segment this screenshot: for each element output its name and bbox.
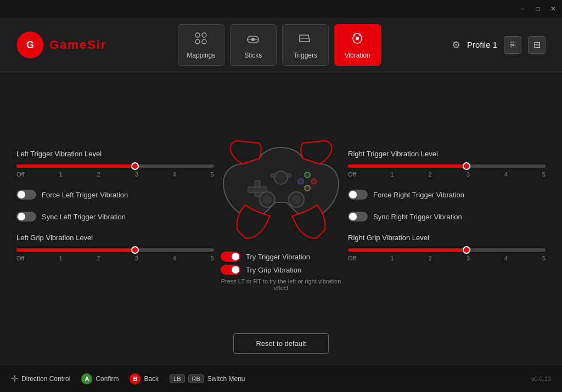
left-trigger-label: Left Trigger Vibration Level	[16, 150, 214, 158]
footer-back-label: Back	[144, 375, 159, 383]
svg-point-5	[202, 39, 206, 44]
reset-button[interactable]: Reset to default	[233, 333, 328, 354]
center-controls: Try Trigger Vibration Try Grip Vibration…	[221, 252, 341, 291]
force-left-trigger-row: Force Left Trigger Vibration	[16, 190, 214, 200]
tab-triggers[interactable]: Triggers	[282, 24, 329, 66]
controller-illustration	[215, 120, 347, 246]
svg-point-16	[298, 179, 304, 184]
footer-controls: ✛ Direction Control A Confirm B Back LB …	[11, 373, 245, 384]
svg-text:G: G	[26, 39, 34, 50]
svg-point-4	[195, 39, 200, 44]
toggle-knob	[18, 213, 25, 220]
sticks-icon	[245, 31, 261, 48]
right-panel: Right Trigger Vibration Level Off 1 2 3 …	[348, 150, 546, 262]
logo: G GameSir	[16, 31, 107, 59]
rb-icon: RB	[188, 374, 204, 383]
right-trigger-label: Right Trigger Vibration Level	[348, 150, 546, 158]
main-content: Left Trigger Vibration Level Off 1 2 3 4…	[0, 72, 562, 365]
try-trigger-row: Try Trigger Vibration	[221, 252, 310, 262]
svg-rect-23	[271, 174, 276, 177]
sync-right-trigger-row: Sync Right Trigger Vibration	[348, 212, 546, 221]
left-grip-scale: Off 1 2 3 4 5	[16, 255, 214, 262]
left-panel: Left Trigger Vibration Level Off 1 2 3 4…	[16, 150, 214, 262]
maximize-button[interactable]: □	[533, 4, 542, 13]
try-trigger-toggle[interactable]	[221, 252, 240, 262]
version-label: v0.0.13	[531, 376, 551, 382]
settings-icon[interactable]: ⚙	[452, 39, 460, 51]
mappings-icon	[193, 31, 209, 48]
svg-point-15	[311, 179, 317, 184]
toggle-knob	[349, 191, 357, 198]
footer-switch-label: Switch Menu	[207, 375, 245, 383]
toggle-knob	[18, 191, 25, 198]
svg-point-10	[356, 37, 359, 40]
left-grip-label: Left Grip Vibration Level	[16, 234, 214, 242]
triggers-icon	[297, 31, 313, 48]
footer-confirm-label: Confirm	[95, 375, 119, 383]
force-right-trigger-row: Force Right Trigger Vibration	[348, 190, 546, 200]
reset-section: Reset to default	[16, 328, 546, 354]
right-grip-track	[348, 248, 546, 252]
titlebar: − □ ✕	[0, 0, 562, 18]
svg-point-3	[202, 33, 206, 37]
profile-switch-button[interactable]: ⎘	[504, 36, 521, 54]
svg-point-17	[305, 185, 310, 191]
lb-icon: LB	[170, 374, 184, 383]
tab-vibration[interactable]: Vibration	[334, 24, 381, 66]
sync-left-trigger-toggle[interactable]	[16, 212, 36, 221]
profile-area: ⚙ Profile 1 ⎘ ⊟	[452, 36, 546, 54]
svg-point-2	[195, 33, 200, 37]
right-trigger-slider-container: Off 1 2 3 4 5	[348, 162, 546, 178]
right-grip-thumb[interactable]	[463, 246, 470, 254]
toggle-knob	[349, 213, 357, 220]
b-button-icon: B	[130, 373, 140, 384]
tab-triggers-label: Triggers	[293, 52, 317, 59]
left-grip-track	[16, 248, 214, 252]
right-grip-fill	[348, 248, 467, 252]
right-grip-section: Right Grip Vibration Level Off 1 2 3 4 5	[348, 234, 546, 262]
minimize-button[interactable]: −	[518, 4, 527, 13]
vibration-icon	[350, 31, 365, 48]
logo-icon: G	[16, 31, 44, 59]
try-grip-toggle[interactable]	[221, 265, 240, 275]
app-title: GameSir	[49, 38, 107, 52]
profile-save-button[interactable]: ⊟	[528, 36, 546, 54]
svg-rect-22	[286, 174, 291, 177]
svg-point-8	[251, 38, 255, 41]
close-button[interactable]: ✕	[549, 4, 558, 13]
left-trigger-slider-container: Off 1 2 3 4 5	[16, 162, 214, 178]
tab-mappings-label: Mappings	[187, 52, 215, 59]
force-left-trigger-toggle[interactable]	[16, 190, 36, 200]
profile-name: Profile 1	[467, 40, 497, 49]
svg-point-14	[305, 172, 310, 178]
sync-left-trigger-row: Sync Left Trigger Vibration	[16, 212, 214, 221]
right-trigger-thumb[interactable]	[463, 162, 470, 170]
left-trigger-thumb[interactable]	[131, 162, 139, 170]
header: G GameSir Mappings	[0, 18, 562, 72]
dpad-icon: ✛	[11, 373, 18, 384]
center-hint: Press LT or RT to try the left or right …	[221, 278, 341, 291]
svg-point-21	[292, 195, 301, 204]
force-right-trigger-toggle[interactable]	[348, 190, 368, 200]
footer-confirm-item: A Confirm	[81, 373, 119, 384]
a-button-icon: A	[81, 373, 92, 384]
left-grip-fill	[16, 248, 135, 252]
force-left-trigger-label: Force Left Trigger Vibration	[42, 191, 128, 199]
left-grip-slider-container: Off 1 2 3 4 5	[16, 246, 214, 262]
try-trigger-label: Try Trigger Vibration	[246, 253, 310, 261]
try-grip-label: Try Grip Vibration	[246, 266, 301, 274]
footer-switch-item: LB RB Switch Menu	[170, 374, 245, 383]
left-grip-section: Left Grip Vibration Level Off 1 2 3 4 5	[16, 234, 214, 262]
tab-mappings[interactable]: Mappings	[178, 24, 224, 66]
nav-tabs: Mappings Sticks Triggers	[178, 24, 381, 66]
footer: ✛ Direction Control A Confirm B Back LB …	[0, 365, 562, 392]
right-trigger-section: Right Trigger Vibration Level Off 1 2 3 …	[348, 150, 546, 178]
sync-right-trigger-toggle[interactable]	[348, 212, 368, 221]
right-trigger-track	[348, 164, 546, 168]
tab-vibration-label: Vibration	[345, 52, 370, 59]
footer-back-item: B Back	[130, 373, 159, 384]
tab-sticks[interactable]: Sticks	[230, 24, 277, 66]
left-grip-thumb[interactable]	[131, 246, 139, 254]
vibration-layout: Left Trigger Vibration Level Off 1 2 3 4…	[16, 83, 546, 328]
left-trigger-scale: Off 1 2 3 4 5	[16, 171, 214, 178]
